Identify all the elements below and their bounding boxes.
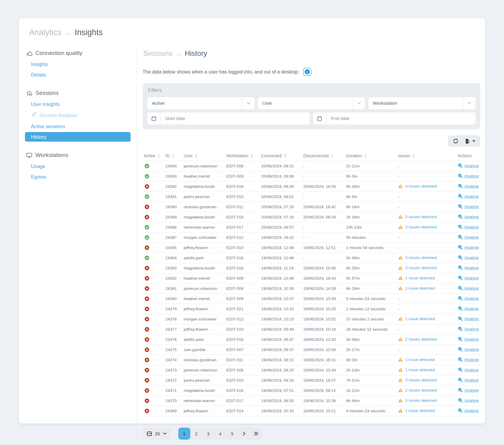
id-cell: 24385 [164, 243, 183, 253]
analyse-icon [458, 306, 463, 311]
active-filter-select[interactable]: Active [147, 97, 255, 109]
analyse-link[interactable]: Analyse [464, 225, 479, 229]
sidebar-item-details[interactable]: Details [25, 70, 131, 80]
active-cell [143, 253, 164, 263]
page-size-selector[interactable]: 25 [143, 428, 171, 440]
sort-icon [251, 154, 253, 158]
analyse-link[interactable]: Analyse [464, 357, 479, 362]
page-button-1[interactable]: 1 [178, 428, 190, 440]
sidebar-item-egress[interactable]: Egress [25, 172, 131, 182]
page-button-4[interactable]: 4 [214, 428, 226, 440]
analyse-link[interactable]: Analyse [464, 398, 479, 403]
analyse-link[interactable]: Analyse [464, 347, 479, 352]
analyse-icon [458, 173, 463, 178]
analyse-link[interactable]: Analyse [464, 215, 479, 219]
duration-cell: 1 minute 58 seconds [345, 243, 397, 253]
end-date-input[interactable]: End date [313, 113, 475, 125]
issues-cell: 3 issues detected [397, 222, 457, 233]
active-cell [143, 192, 164, 202]
analyse-link[interactable]: Analyse [464, 266, 479, 270]
sidebar-item-active-sessions[interactable]: Active sessions [25, 122, 131, 131]
analyse-link[interactable]: Analyse [464, 245, 479, 250]
column-header-workstation[interactable]: Workstation [225, 150, 260, 161]
refresh-button[interactable] [453, 138, 459, 144]
analyse-link[interactable]: Analyse [464, 204, 479, 209]
analyse-link[interactable]: Analyse [464, 235, 479, 239]
warning-icon [398, 286, 403, 290]
sidebar-header-connection-quality: Connection quality [25, 50, 131, 56]
column-header-duration[interactable]: Duration [345, 150, 397, 161]
id-cell: 24383 [164, 263, 183, 273]
sidebar-item-session-analyser[interactable]: Session Analyser [25, 110, 131, 121]
analyse-link[interactable]: Analyse [464, 317, 479, 321]
analyse-link[interactable]: Analyse [464, 174, 479, 178]
connected-status-icon [145, 174, 149, 179]
analyse-link[interactable]: Analyse [464, 327, 479, 331]
disconnected-status-icon [145, 307, 149, 311]
disconnected-status-icon [145, 317, 149, 321]
sidebar-item-user-insights[interactable]: User insights [25, 99, 131, 109]
info-button[interactable]: i [303, 68, 311, 76]
analyse-link[interactable]: Analyse [464, 255, 479, 260]
analyse-link[interactable]: Analyse [464, 184, 479, 188]
duration-cell: 2h 17m [345, 345, 397, 355]
next-page-button[interactable] [238, 428, 250, 440]
column-header-issues[interactable]: Issues [397, 150, 457, 161]
issues-cell: 1 issue detected [397, 406, 457, 416]
analyse-link[interactable]: Analyse [464, 296, 479, 301]
analyse-link[interactable]: Analyse [464, 276, 479, 280]
disconnected-cell: 19/06/2024, 14:59 [302, 284, 345, 294]
sidebar-item-history[interactable]: History [25, 132, 131, 142]
issues-cell: - [397, 324, 457, 335]
chevron-down-icon [163, 432, 167, 435]
workstation-filter-select[interactable]: Workstation [368, 97, 475, 109]
analyse-link[interactable]: Analyse [464, 368, 479, 372]
analyse-link[interactable]: Analyse [464, 378, 479, 382]
actions-cell: Analyse [457, 192, 480, 202]
connected-cell: 19/06/2024, 16:42 [260, 233, 302, 243]
user-cell: magdalena.booth [183, 386, 225, 396]
workstation-cell: EDIT-017 [225, 396, 260, 406]
analyse-link[interactable]: Analyse [464, 306, 479, 311]
last-page-button[interactable] [250, 428, 262, 440]
analyse-link[interactable]: Analyse [464, 388, 479, 392]
sort-icon [364, 154, 367, 158]
user-filter-select[interactable]: User [258, 97, 365, 109]
sidebar-item-insights[interactable]: Insights [25, 59, 131, 69]
analyse-link[interactable]: Analyse [464, 194, 479, 199]
id-cell: 24374 [164, 355, 183, 365]
export-button[interactable] [465, 138, 475, 144]
page-button-3[interactable]: 3 [202, 428, 214, 440]
column-header-user[interactable]: User [183, 150, 225, 161]
filters-title: Filters [147, 87, 475, 93]
warning-icon [398, 266, 403, 270]
warning-icon [398, 255, 403, 260]
warning-icon [398, 378, 403, 382]
no-issues-dash: - [398, 174, 400, 179]
duration-cell: 1h 16m [345, 212, 397, 222]
active-cell [143, 304, 164, 314]
actions-cell: Analyse [457, 335, 480, 345]
column-header-active[interactable]: Active [143, 150, 164, 161]
disconnected-cell: - [302, 253, 345, 263]
session-row: 24392magdalena.boothEDIT-01820/06/2024, … [143, 182, 480, 192]
no-issues-dash: - [398, 235, 400, 240]
analyse-link[interactable]: Analyse [464, 408, 479, 413]
analyse-link[interactable]: Analyse [464, 164, 479, 168]
start-date-input[interactable]: Start date [147, 113, 310, 125]
duration-cell: 9h 14m [345, 202, 397, 212]
analyse-link[interactable]: Analyse [464, 337, 479, 341]
analyse-icon [458, 326, 463, 331]
session-row: 24391pedro.pearsonEDIT-01520/06/2024, 08… [143, 192, 480, 202]
select-label: Active [147, 101, 164, 106]
sidebar-item-usage[interactable]: Usage [25, 161, 131, 171]
column-header-id[interactable]: ID [164, 150, 183, 161]
analyse-icon [458, 316, 463, 321]
page-button-2[interactable]: 2 [190, 428, 202, 440]
issues-cell: 1 issue detected [397, 273, 457, 284]
analyse-link[interactable]: Analyse [464, 286, 479, 290]
column-header-connected[interactable]: Connected [260, 150, 302, 161]
page-button-5[interactable]: 5 [226, 428, 238, 440]
connected-cell: 20/06/2024, 07:28 [260, 202, 302, 212]
column-header-disconnected[interactable]: Disconnected [302, 150, 345, 161]
